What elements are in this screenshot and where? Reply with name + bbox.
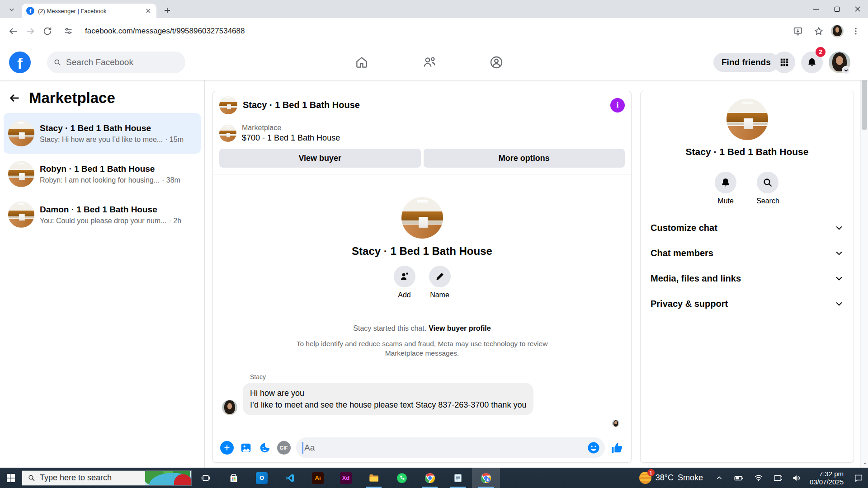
message-bubble[interactable]: Hi how are you I’d like to meet and see …: [243, 383, 533, 415]
person-add-icon: [399, 271, 410, 282]
emoji-button[interactable]: [587, 441, 600, 455]
taskbar-search-input[interactable]: [40, 473, 144, 483]
more-options-button[interactable]: More options: [424, 149, 625, 168]
scroll-down-arrow[interactable]: [861, 460, 868, 468]
listing-avatar: [8, 120, 34, 146]
weather-condition: Smoke: [678, 473, 703, 483]
task-view-icon: [201, 474, 210, 483]
battery-icon[interactable]: [734, 473, 744, 483]
nav-home-tab[interactable]: [351, 52, 373, 73]
install-app-icon[interactable]: [789, 23, 807, 40]
sender-avatar[interactable]: [222, 400, 237, 415]
add-label: Add: [398, 291, 410, 299]
browser-menu-icon[interactable]: [847, 23, 864, 40]
window-minimize-button[interactable]: [806, 0, 826, 18]
mute-button[interactable]: Mute: [715, 172, 736, 205]
view-buyer-profile-link[interactable]: View buyer profile: [429, 324, 491, 332]
chrome-button[interactable]: [416, 468, 444, 488]
notepad-button[interactable]: [444, 468, 472, 488]
whatsapp-button[interactable]: [388, 468, 416, 488]
attach-plus-button[interactable]: [220, 441, 234, 455]
back-arrow-icon[interactable]: [8, 92, 21, 104]
chevron-down-icon: [9, 6, 15, 13]
adobe-xd-button[interactable]: Xd: [332, 468, 360, 488]
windows-taskbar: O Ai Xd 1 38°C Smoke: [0, 468, 868, 488]
page-scrollbar[interactable]: [860, 44, 868, 468]
listing-avatar: [8, 161, 34, 187]
add-members-button[interactable]: Add: [394, 266, 415, 299]
whatsapp-icon: [396, 472, 408, 484]
bookmark-star-icon[interactable]: [810, 23, 827, 40]
like-button[interactable]: [610, 441, 624, 455]
illustrator-button[interactable]: Ai: [304, 468, 332, 488]
text-caret: [302, 442, 303, 454]
outlook-button[interactable]: O: [248, 468, 276, 488]
window-close-button[interactable]: [847, 0, 868, 18]
conversation-title: Damon · 1 Bed 1 Bath House: [40, 205, 181, 215]
reload-button[interactable]: [39, 23, 56, 40]
action-center-button[interactable]: [854, 473, 863, 483]
microsoft-store-button[interactable]: [220, 468, 248, 488]
url-bar[interactable]: facebook.com/messages/t/9958960327534688: [85, 27, 789, 36]
site-info-icon[interactable]: [60, 23, 77, 40]
store-icon: [229, 473, 239, 483]
taskbar-clock[interactable]: 7:32 pm 03/07/2025: [810, 470, 844, 486]
attach-photo-button[interactable]: [239, 441, 253, 455]
mute-label: Mute: [717, 197, 734, 205]
conversation-item-damon[interactable]: Damon · 1 Bed 1 Bath House You: Could yo…: [4, 194, 201, 235]
search-icon: [762, 177, 773, 188]
search-highlight-illustration[interactable]: [145, 471, 191, 485]
forward-button[interactable]: [22, 23, 39, 40]
attach-sticker-button[interactable]: [258, 441, 272, 455]
chrome-profile-button[interactable]: [472, 468, 500, 488]
search-in-chat-button[interactable]: Search: [756, 172, 779, 205]
nav-friends-tab[interactable]: [419, 52, 440, 73]
speaker-icon[interactable]: [792, 473, 802, 483]
nav-groups-tab[interactable]: [486, 52, 507, 73]
conversation-title: Stacy · 1 Bed 1 Bath House: [40, 123, 184, 133]
view-buyer-button[interactable]: View buyer: [219, 149, 421, 168]
hidden-icons-button[interactable]: [716, 474, 723, 482]
facebook-header: f Find friends 2: [0, 44, 868, 80]
browser-profile-avatar[interactable]: [831, 25, 844, 38]
message-sender-name: Stacy: [250, 373, 622, 380]
section-privacy-support[interactable]: Privacy & support: [641, 291, 854, 316]
file-explorer-button[interactable]: [360, 468, 388, 488]
message-input[interactable]: Aa: [296, 437, 605, 458]
chat-info-button[interactable]: i: [610, 98, 625, 113]
start-button[interactable]: [0, 468, 22, 488]
edit-name-button[interactable]: Name: [429, 266, 451, 299]
section-customize-chat[interactable]: Customize chat: [641, 215, 854, 240]
section-media-files-links[interactable]: Media, files and links: [641, 266, 854, 291]
weather-widget[interactable]: 1 38°C Smoke: [639, 472, 703, 484]
chat-header-avatar[interactable]: [219, 96, 237, 114]
message-input-placeholder: Aa: [304, 443, 315, 453]
back-button[interactable]: [5, 23, 22, 40]
facebook-search[interactable]: [47, 52, 185, 73]
facebook-search-input[interactable]: [66, 57, 179, 67]
facebook-logo[interactable]: f: [9, 52, 31, 73]
browser-tab[interactable]: f (2) Messenger | Facebook: [22, 4, 156, 18]
vscode-button[interactable]: [276, 468, 304, 488]
chat-scroll-area[interactable]: Stacy · 1 Bed 1 Bath House Add Name Stac…: [213, 174, 631, 433]
find-friends-button[interactable]: Find friends: [713, 53, 779, 72]
task-view-button[interactable]: [192, 468, 220, 488]
chrome-icon: [480, 472, 492, 484]
notepad-icon: [453, 473, 463, 483]
taskbar-search[interactable]: [22, 470, 192, 486]
apps-menu-button[interactable]: [774, 52, 795, 73]
friends-icon: [422, 55, 437, 70]
conversation-time: · 2h: [169, 217, 181, 225]
conversation-item-stacy[interactable]: Stacy · 1 Bed 1 Bath House Stacy: Hi how…: [4, 113, 201, 154]
new-tab-button[interactable]: [161, 4, 174, 17]
chat-title[interactable]: Stacy · 1 Bed 1 Bath House: [243, 100, 605, 110]
bell-icon: [807, 57, 817, 68]
conversation-item-robyn[interactable]: Robyn · 1 Bed 1 Bath House Robyn: I am n…: [4, 154, 201, 194]
cast-icon[interactable]: [773, 473, 783, 483]
window-maximize-button[interactable]: [826, 0, 847, 18]
section-chat-members[interactable]: Chat members: [641, 240, 854, 266]
wifi-icon[interactable]: [754, 473, 764, 483]
tab-close-icon[interactable]: [145, 7, 152, 14]
attach-gif-button[interactable]: GIF: [277, 441, 291, 455]
tab-search-button[interactable]: [5, 3, 18, 15]
